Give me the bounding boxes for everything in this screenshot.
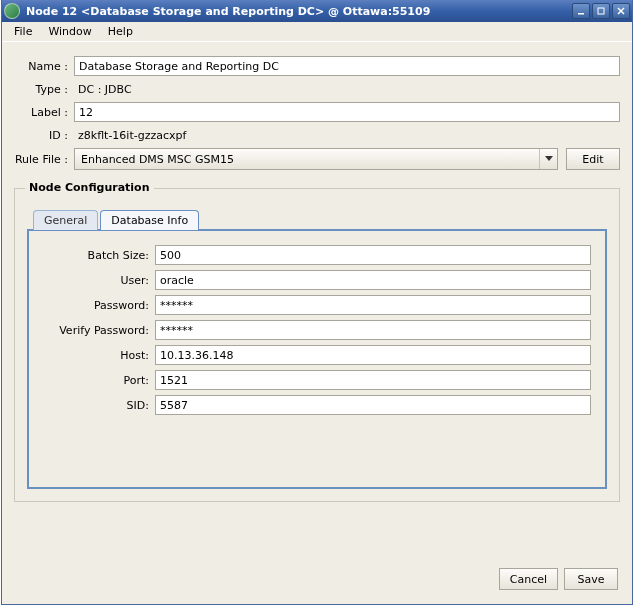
tabpanel-database-info: Batch Size: User: Password: Verify Passw…	[27, 229, 607, 489]
label-password: Password:	[43, 299, 155, 312]
row-id: ID : z8kflt-16it-gzzacxpf	[14, 126, 620, 144]
batch-size-field[interactable]	[155, 245, 591, 265]
row-name: Name :	[14, 56, 620, 76]
tabstrip: General Database Info	[27, 209, 607, 229]
label-rulefile: Rule File :	[14, 153, 74, 166]
host-field[interactable]	[155, 345, 591, 365]
label-user: User:	[43, 274, 155, 287]
menu-file[interactable]: File	[6, 23, 40, 40]
rulefile-value: Enhanced DMS MSC GSM15	[75, 153, 539, 166]
label-batch-size: Batch Size:	[43, 249, 155, 262]
row-verify-password: Verify Password:	[43, 320, 591, 340]
menu-help[interactable]: Help	[100, 23, 141, 40]
maximize-button[interactable]	[592, 3, 610, 19]
row-type: Type : DC : JDBC	[14, 80, 620, 98]
row-sid: SID:	[43, 395, 591, 415]
content-area: Name : Type : DC : JDBC Label : ID : z8k…	[2, 42, 632, 510]
row-user: User:	[43, 270, 591, 290]
name-field[interactable]	[74, 56, 620, 76]
window-frame: Node 12 <Database Storage and Reporting …	[1, 0, 633, 605]
save-button[interactable]: Save	[564, 568, 618, 590]
app-icon	[4, 3, 20, 19]
close-button[interactable]	[612, 3, 630, 19]
cancel-button[interactable]: Cancel	[499, 568, 558, 590]
node-config-title: Node Configuration	[25, 181, 154, 194]
window-title: Node 12 <Database Storage and Reporting …	[26, 5, 572, 18]
close-icon	[617, 7, 625, 15]
user-field[interactable]	[155, 270, 591, 290]
row-rulefile: Rule File : Enhanced DMS MSC GSM15 Edit	[14, 148, 620, 170]
rulefile-dropdown-button[interactable]	[539, 149, 557, 169]
svg-rect-0	[578, 13, 584, 15]
chevron-down-icon	[545, 156, 553, 162]
edit-button[interactable]: Edit	[566, 148, 620, 170]
label-sid: SID:	[43, 399, 155, 412]
label-host: Host:	[43, 349, 155, 362]
tab-general[interactable]: General	[33, 210, 98, 230]
node-config-section: Node Configuration General Database Info…	[14, 188, 620, 502]
label-name: Name :	[14, 60, 74, 73]
minimize-icon	[577, 7, 585, 15]
row-password: Password:	[43, 295, 591, 315]
label-port: Port:	[43, 374, 155, 387]
type-value: DC : JDBC	[74, 80, 620, 98]
row-host: Host:	[43, 345, 591, 365]
label-verify-password: Verify Password:	[43, 324, 155, 337]
label-type: Type :	[14, 83, 74, 96]
menubar: File Window Help	[2, 22, 632, 42]
minimize-button[interactable]	[572, 3, 590, 19]
password-field[interactable]	[155, 295, 591, 315]
row-label: Label :	[14, 102, 620, 122]
rulefile-combobox[interactable]: Enhanced DMS MSC GSM15	[74, 148, 558, 170]
row-batch-size: Batch Size:	[43, 245, 591, 265]
id-value: z8kflt-16it-gzzacxpf	[74, 126, 620, 144]
tabs: General Database Info Batch Size: User: …	[27, 209, 607, 489]
sid-field[interactable]	[155, 395, 591, 415]
maximize-icon	[597, 7, 605, 15]
label-id: ID :	[14, 129, 74, 142]
svg-marker-4	[545, 156, 553, 161]
label-label: Label :	[14, 106, 74, 119]
tab-database-info[interactable]: Database Info	[100, 210, 199, 230]
titlebar: Node 12 <Database Storage and Reporting …	[2, 0, 632, 22]
svg-rect-1	[598, 8, 604, 14]
verify-password-field[interactable]	[155, 320, 591, 340]
row-port: Port:	[43, 370, 591, 390]
window-controls	[572, 3, 630, 19]
label-field[interactable]	[74, 102, 620, 122]
port-field[interactable]	[155, 370, 591, 390]
dialog-button-bar: Cancel Save	[499, 568, 618, 590]
menu-window[interactable]: Window	[40, 23, 99, 40]
